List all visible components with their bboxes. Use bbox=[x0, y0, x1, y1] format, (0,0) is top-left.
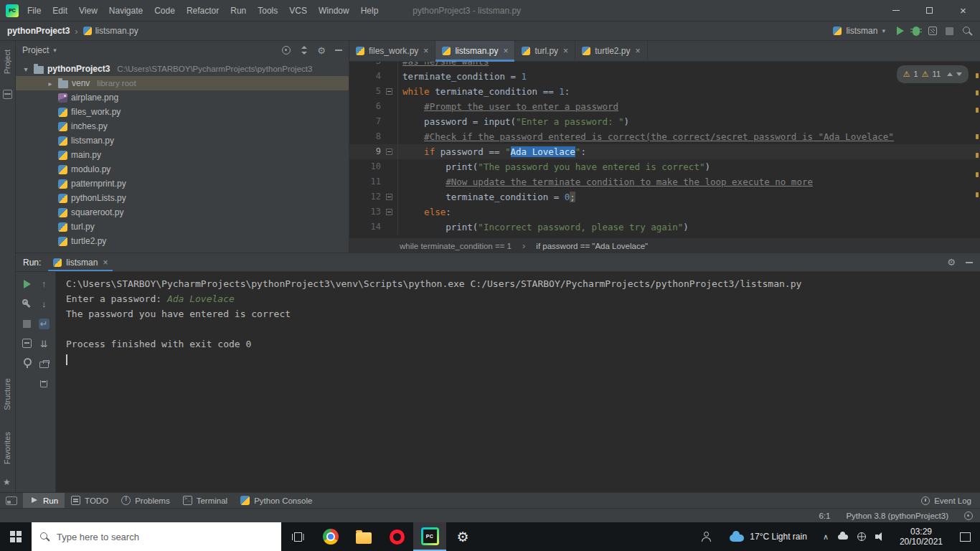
tree-item-inches-py[interactable]: inches.py bbox=[16, 119, 349, 133]
action-center-button[interactable] bbox=[950, 522, 980, 551]
close-icon[interactable]: × bbox=[103, 258, 108, 268]
error-stripe-mark[interactable] bbox=[976, 90, 979, 95]
wrench-icon[interactable] bbox=[22, 298, 32, 309]
next-problem-icon[interactable] bbox=[956, 72, 962, 76]
tree-item-turl-py[interactable]: turl.py bbox=[16, 220, 349, 234]
hidden-icons-chevron[interactable]: ∧ bbox=[823, 532, 829, 542]
menu-view[interactable]: View bbox=[73, 0, 103, 22]
stop-process-button[interactable] bbox=[22, 319, 32, 329]
run-button[interactable] bbox=[897, 27, 904, 35]
task-view-button[interactable] bbox=[281, 522, 314, 551]
code-line-7[interactable]: 7 password = input("Enter a password: ") bbox=[349, 114, 980, 129]
menu-edit[interactable]: Edit bbox=[47, 0, 73, 22]
tree-item-venv[interactable]: ▸venvlibrary root bbox=[16, 76, 349, 90]
error-stripe-mark[interactable] bbox=[976, 192, 979, 197]
restore-layout-icon[interactable] bbox=[22, 339, 32, 348]
volume-icon[interactable] bbox=[875, 532, 885, 541]
settings-taskbar-button[interactable]: ⚙ bbox=[446, 522, 479, 551]
code-line-6[interactable]: 6 #Prompt the user to enter a password bbox=[349, 99, 980, 114]
project-tool-icon[interactable] bbox=[3, 90, 12, 99]
fold-icon[interactable] bbox=[386, 149, 392, 155]
tree-item-squareroot-py[interactable]: squareroot.py bbox=[16, 205, 349, 220]
tab-turtle2-py[interactable]: turtle2.py× bbox=[575, 41, 647, 61]
search-everywhere-icon[interactable] bbox=[962, 26, 973, 37]
tree-item-modulo-py[interactable]: modulo.py bbox=[16, 162, 349, 176]
collapse-all-icon[interactable] bbox=[300, 46, 308, 55]
code-line-8[interactable]: 8 #Check if the password entered is corr… bbox=[349, 129, 980, 144]
tree-item-pythonproject3[interactable]: ▾pythonProject3C:\Users\STARBOY\PycharmP… bbox=[16, 62, 349, 76]
tool-button-structure[interactable]: Structure bbox=[3, 378, 11, 410]
tree-item-pythonlists-py[interactable]: pythonLists.py bbox=[16, 191, 349, 205]
tree-item-turtle2-py[interactable]: turtle2.py bbox=[16, 234, 349, 248]
close-tab-icon[interactable]: × bbox=[503, 46, 508, 56]
coverage-button[interactable] bbox=[928, 27, 937, 35]
rerun-button[interactable] bbox=[22, 278, 32, 289]
scroll-to-end-icon[interactable]: ⇊ bbox=[39, 339, 50, 349]
menu-help[interactable]: Help bbox=[355, 0, 385, 22]
clear-console-icon[interactable] bbox=[40, 380, 47, 387]
error-stripe-mark[interactable] bbox=[976, 172, 979, 177]
inspections-widget[interactable]: ⚠ 1 ⚠ 11 bbox=[897, 65, 969, 83]
hide-panel-icon[interactable] bbox=[335, 50, 342, 51]
tree-item-airplane-png[interactable]: airplane.png bbox=[16, 90, 349, 105]
code-line-4[interactable]: 4terminate_condition = 1 bbox=[349, 69, 980, 84]
prev-problem-icon[interactable] bbox=[947, 72, 953, 76]
tool-window-button-python-console[interactable]: Python Console bbox=[234, 493, 319, 508]
expand-arrow[interactable]: ▾ bbox=[22, 65, 30, 73]
taskbar-search[interactable] bbox=[32, 522, 281, 551]
people-button[interactable] bbox=[691, 522, 721, 551]
run-config-selector[interactable]: listsman ▾ bbox=[830, 24, 888, 37]
taskbar-clock[interactable]: 03:29 20/10/2021 bbox=[892, 522, 950, 551]
tree-item-main-py[interactable]: main.py bbox=[16, 148, 349, 162]
opera-taskbar-button[interactable] bbox=[380, 522, 413, 551]
breadcrumb-item-listsman-py[interactable]: listsman.py bbox=[83, 26, 138, 36]
code-line-9[interactable]: 9 if password == "Ada Lovelace": bbox=[349, 144, 980, 159]
fold-icon[interactable] bbox=[386, 209, 392, 215]
menu-file[interactable]: File bbox=[22, 0, 47, 22]
code-breadcrumb[interactable]: if password == "Ada Lovelace" bbox=[536, 242, 648, 250]
highlighting-level-icon[interactable] bbox=[964, 512, 973, 520]
tool-window-button-run[interactable]: Run bbox=[23, 493, 65, 508]
close-tab-icon[interactable]: × bbox=[635, 46, 640, 56]
menu-tools[interactable]: Tools bbox=[252, 0, 283, 22]
hide-panel-icon[interactable] bbox=[966, 262, 973, 263]
project-panel-title[interactable]: Project ▾ bbox=[22, 45, 57, 55]
close-tab-icon[interactable]: × bbox=[423, 46, 428, 56]
code-line-10[interactable]: 10 print("The password you have entered … bbox=[349, 159, 980, 174]
code-line-13[interactable]: 13 else: bbox=[349, 204, 980, 220]
tab-listsman-py[interactable]: listsman.py× bbox=[435, 41, 515, 61]
close-tab-icon[interactable]: × bbox=[563, 46, 568, 56]
error-stripe-mark[interactable] bbox=[976, 108, 979, 113]
fold-icon[interactable] bbox=[386, 194, 392, 200]
gear-icon[interactable]: ⚙ bbox=[317, 46, 326, 55]
run-console-output[interactable]: C:\Users\STARBOY\PycharmProjects\pythonP… bbox=[56, 272, 980, 492]
menu-navigate[interactable]: Navigate bbox=[103, 0, 149, 22]
fold-icon[interactable] bbox=[386, 88, 392, 95]
menu-vcs[interactable]: VCS bbox=[283, 0, 313, 22]
menu-code[interactable]: Code bbox=[149, 0, 181, 22]
locate-file-icon[interactable] bbox=[282, 46, 291, 55]
caret-position[interactable]: 6:1 bbox=[819, 512, 830, 520]
code-line-14[interactable]: 14 print("Incorrect password, please try… bbox=[349, 220, 980, 235]
code-line-12[interactable]: 12 terminate_condition = 0; bbox=[349, 189, 980, 204]
stop-button[interactable] bbox=[946, 27, 953, 35]
menu-window[interactable]: Window bbox=[313, 0, 355, 22]
menu-run[interactable]: Run bbox=[225, 0, 252, 22]
start-button[interactable] bbox=[0, 522, 32, 551]
pin-tab-icon[interactable] bbox=[22, 357, 32, 368]
error-stripe-mark[interactable] bbox=[976, 73, 979, 78]
error-stripe-mark[interactable] bbox=[976, 153, 979, 158]
code-line-11[interactable]: 11 #Now update the terminate condition t… bbox=[349, 174, 980, 189]
tool-button-favorites[interactable]: Favorites bbox=[3, 432, 11, 464]
tab-turl-py[interactable]: turl.py× bbox=[515, 41, 575, 61]
weather-widget[interactable]: 17°C Light rain bbox=[721, 522, 816, 551]
next-occurrence-icon[interactable]: ↓ bbox=[39, 298, 50, 309]
debug-button[interactable] bbox=[913, 27, 920, 36]
tool-button-project[interactable]: Project bbox=[3, 50, 11, 74]
close-button[interactable]: × bbox=[946, 0, 980, 21]
tree-item-listsman-py[interactable]: listsman.py bbox=[16, 133, 349, 148]
code-line-5[interactable]: 5while terminate_condition == 1: bbox=[349, 84, 980, 99]
tree-item-files-work-py[interactable]: files_work.py bbox=[16, 105, 349, 119]
code-line-3[interactable]: 3#as he/she wants bbox=[349, 62, 980, 69]
code-breadcrumb[interactable]: while terminate_condition == 1 bbox=[400, 242, 512, 250]
